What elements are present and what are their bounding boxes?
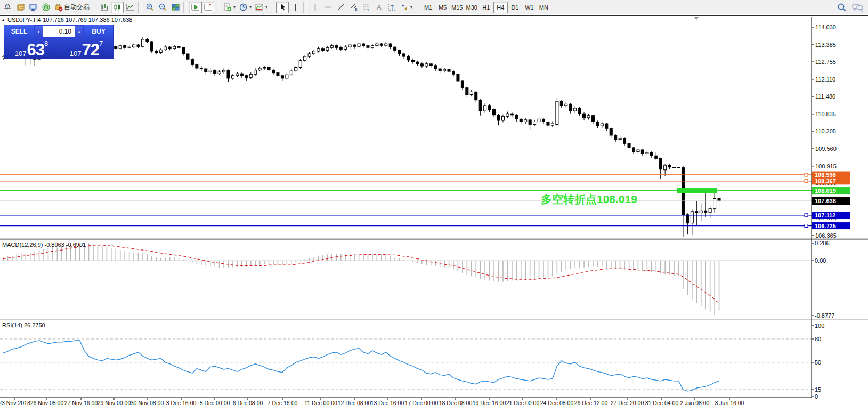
cursor-icon [278, 3, 287, 12]
rsi-scale-label: 80 [815, 336, 821, 342]
indicators-dropdown-arrow[interactable]: ▾ [233, 5, 236, 10]
market-watch-button[interactable] [14, 2, 27, 13]
fibonacci-tool-button[interactable]: F [360, 2, 372, 13]
candle-body [196, 64, 198, 68]
auto-scroll-button[interactable] [189, 2, 201, 13]
zoom-in-button[interactable] [143, 2, 156, 13]
chart-shift-button[interactable] [201, 2, 214, 13]
indicators-button[interactable]: ▾ [221, 2, 237, 13]
arrows-dropdown-arrow[interactable]: ▾ [410, 5, 412, 10]
trendline-tool-button[interactable] [334, 2, 347, 13]
chat-icon[interactable] [852, 3, 864, 12]
separator [271, 2, 274, 13]
annotation-text[interactable]: 多空转折点108.019 [541, 193, 637, 206]
candle-body [547, 122, 549, 125]
candle-body [655, 156, 658, 158]
candle-body [186, 54, 189, 59]
candle-body [529, 120, 531, 125]
candle-body [578, 108, 581, 114]
tab-timeframe-m5[interactable]: M5 [435, 2, 450, 13]
tab-timeframe-h1[interactable]: H1 [479, 2, 493, 13]
candle-body [686, 215, 689, 223]
y-tick-label: 110.205 [815, 128, 836, 134]
bar-chart-button[interactable] [98, 2, 111, 13]
candles-group [2, 37, 721, 237]
tab-timeframe-h4[interactable]: H4 [493, 2, 508, 13]
signals-button[interactable] [39, 2, 52, 13]
candle-body [583, 114, 586, 118]
price-tag-label: 106.725 [815, 223, 836, 229]
candlestick-chart-button[interactable] [111, 2, 124, 13]
text-tool-button[interactable]: A [372, 2, 385, 13]
candle-body [205, 69, 207, 72]
price-tag-label: 108.598 [815, 172, 836, 178]
level-line-anchor[interactable] [805, 214, 808, 217]
candle-body [403, 54, 405, 56]
candle-body [326, 47, 329, 50]
autotrading-button[interactable]: 自动交易 [52, 2, 91, 13]
horizontal-line-tool-button[interactable] [321, 2, 334, 13]
green-zone-bar[interactable] [677, 188, 717, 193]
tab-timeframe-m30[interactable]: M30 [464, 2, 478, 13]
tab-timeframe-d1[interactable]: D1 [508, 2, 522, 13]
svg-text:T: T [390, 4, 394, 11]
vertical-line-tool-button[interactable] [309, 2, 321, 13]
candle-body [646, 152, 648, 154]
candle-body [159, 50, 162, 52]
candle-body [695, 212, 698, 213]
templates-button[interactable]: ▾ [253, 2, 269, 13]
level-line-anchor[interactable] [805, 180, 808, 183]
x-tick-label: 17 Dec 00:00 [405, 400, 439, 406]
buy-price-handle: 107 [70, 50, 82, 58]
chart-title: USDJPY-,H4 107.726 107.769 107.386 107.6… [7, 17, 132, 23]
candle-body [168, 47, 171, 49]
separator [216, 2, 220, 13]
toolbar: 单 自动交易 ▾ ▾ [0, 0, 868, 14]
level-line-anchor[interactable] [805, 173, 808, 176]
x-tick-label: 27 Nov 16:00 [64, 400, 98, 406]
candle-body [286, 75, 288, 78]
new-order-button[interactable]: 单 [1, 2, 14, 13]
candle-body [429, 64, 432, 66]
sell-button[interactable]: SELL [4, 25, 34, 38]
tab-timeframe-m15[interactable]: M15 [450, 2, 464, 13]
volume-input[interactable]: 0.10 [43, 26, 75, 37]
level-line-anchor[interactable] [805, 224, 808, 228]
y-tick-label: 112.110 [815, 76, 835, 83]
periods-button[interactable]: ▾ [237, 2, 253, 13]
sell-price[interactable]: 107 63 8 [4, 38, 59, 59]
separator [183, 2, 187, 13]
candle-body [115, 46, 117, 49]
search-icon[interactable] [837, 3, 847, 12]
x-tick-label: 27 Dec 20:00 [611, 400, 644, 406]
volume-up-icon[interactable]: ▴ [75, 26, 83, 37]
arrows-tool-button[interactable]: ▾ [398, 2, 414, 13]
candle-body [321, 49, 324, 51]
candle-body [659, 158, 662, 169]
cursor-tool-button[interactable] [276, 2, 289, 13]
tile-windows-button[interactable] [169, 2, 182, 13]
equidistant-channel-tool-button[interactable]: E [347, 2, 360, 13]
trade-panel-collapse-icon[interactable]: ▲ [1, 18, 5, 22]
zoom-out-button[interactable] [156, 2, 169, 13]
chart-shift-marker-icon[interactable] [694, 17, 699, 20]
crosshair-tool-button[interactable] [289, 2, 302, 13]
tab-timeframe-m1[interactable]: M1 [421, 2, 435, 13]
tab-timeframe-mn[interactable]: MN [537, 2, 551, 13]
text-label-tool-button[interactable]: T [385, 2, 398, 13]
candle-body [668, 165, 671, 167]
candle-body [461, 81, 464, 88]
buy-price[interactable]: 107 72 7 [59, 38, 113, 59]
terminal-button[interactable] [27, 2, 39, 13]
candle-body [358, 44, 360, 46]
tab-timeframe-w1[interactable]: W1 [522, 2, 537, 13]
line-chart-button[interactable] [124, 2, 136, 13]
candle-body [713, 199, 716, 209]
templates-dropdown-arrow[interactable]: ▾ [265, 5, 267, 10]
buy-button[interactable]: BUY [84, 25, 113, 38]
periods-dropdown-arrow[interactable]: ▾ [249, 5, 252, 10]
x-tick-label: 3 Jan 16:00 [715, 400, 744, 406]
volume-down-icon[interactable]: ▾ [35, 26, 43, 37]
candle-body [348, 45, 351, 47]
candle-body [673, 167, 676, 168]
